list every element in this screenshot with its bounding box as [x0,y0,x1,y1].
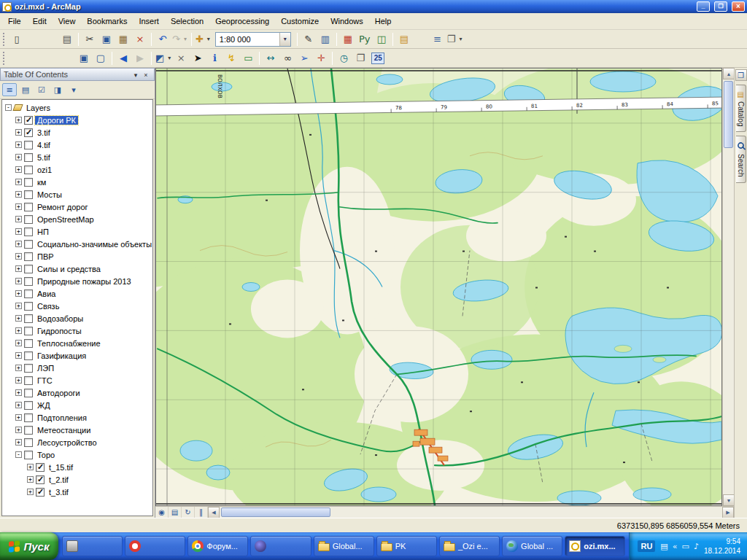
task-button[interactable]: Global ... [502,536,562,556]
task-button[interactable]: Global... [314,536,374,556]
find-icon[interactable]: ∞ [279,51,295,66]
layer-visibility-checkbox[interactable] [24,277,33,286]
expand-icon[interactable]: + [15,377,22,384]
layer-visibility-checkbox[interactable] [24,351,33,360]
layer-item[interactable]: + Природные пожары 2013 [2,275,152,287]
minimize-button[interactable] [697,1,710,12]
expand-icon[interactable]: - [5,104,12,111]
layer-item[interactable]: + Лесоустройство [2,436,152,448]
expand-icon[interactable]: + [15,315,22,322]
layer-item[interactable]: + Связь [2,300,152,312]
extension-badge[interactable]: 25 [371,52,384,64]
search-tab[interactable]: Search [736,136,746,183]
print-icon[interactable]: ▤ [59,32,75,47]
delete-icon[interactable]: × [132,32,148,47]
arctoolbox-icon[interactable]: ▦ [340,32,356,47]
layer-visibility-checkbox[interactable] [24,376,33,385]
menu-item[interactable]: Customize [275,15,325,28]
go-to-xy-icon[interactable]: ✛ [313,51,329,66]
toc-window-icon[interactable]: ≡ [430,32,446,47]
select-elements-icon[interactable]: ➤ [190,51,206,66]
layer-item[interactable]: + Мосты [2,188,152,201]
layer-visibility-checkbox[interactable] [24,289,33,298]
fixed-zoom-out-icon[interactable]: ▢ [93,51,109,66]
back-extent-icon[interactable]: ◀ [115,51,131,66]
menu-item[interactable]: Insert [133,15,165,28]
expand-icon[interactable]: + [27,489,34,495]
clear-selection-icon[interactable]: × [173,51,189,66]
menu-item[interactable]: Geoprocessing [209,15,275,28]
layer-visibility-checkbox[interactable] [24,426,33,435]
expand-icon[interactable]: + [15,427,22,433]
find-route-icon[interactable]: ➢ [296,51,312,66]
paste-icon[interactable]: ▦ [115,32,131,47]
map-horizontal-scrollbar[interactable]: ◉ ▤ ↻ ‖ ◀ [155,506,734,518]
identify-icon[interactable]: ℹ [206,51,222,66]
new-document-icon[interactable]: ▯ [9,32,25,47]
layer-item[interactable]: + Дороги РК [2,114,152,126]
layer-item[interactable]: + Ремонт дорог [2,201,152,213]
viewer-window-icon[interactable]: ❐ [446,32,464,47]
title-bar[interactable]: ozi.mxd - ArcMap [0,0,747,13]
pin-icon[interactable]: ▾ [131,70,141,79]
expand-icon[interactable]: + [15,228,22,235]
layers-root-item[interactable]: - Layers [2,101,152,114]
layer-visibility-checkbox[interactable] [24,302,33,311]
list-by-selection-icon[interactable]: ◨ [50,83,65,96]
layer-visibility-checkbox[interactable] [24,228,33,236]
viewer-window-icon[interactable]: ❐ [352,51,368,66]
expand-icon[interactable]: + [15,327,22,334]
layer-visibility-checkbox[interactable] [24,401,33,410]
layer-item[interactable]: + Водозаборы [2,312,152,324]
layer-visibility-checkbox[interactable] [24,141,33,149]
menu-item[interactable]: View [53,15,82,28]
expand-icon[interactable]: + [15,216,22,222]
horizontal-scroll-thumb[interactable] [221,508,330,517]
layer-item[interactable]: + ЖД [2,399,152,411]
language-indicator[interactable]: RU [638,540,655,552]
layer-visibility-checkbox[interactable] [36,488,44,497]
task-button[interactable]: _Ozi e... [439,536,500,556]
expand-icon[interactable]: + [15,414,22,421]
layer-item[interactable]: + Газификация [2,349,152,362]
undo-icon[interactable]: ↶ [155,32,171,47]
scale-dropdown-arrow[interactable] [279,33,290,46]
maximize-button[interactable] [714,1,727,12]
vertical-scroll-thumb[interactable] [724,81,733,148]
html-popup-icon[interactable]: ▭ [240,51,256,66]
toolbar-grip[interactable] [3,33,5,46]
layer-visibility-checkbox[interactable] [24,128,33,137]
expand-icon[interactable]: + [27,476,34,483]
layer-visibility-checkbox[interactable] [24,252,33,261]
cut-icon[interactable]: ✂ [82,32,98,47]
layer-visibility-checkbox[interactable] [24,327,33,335]
zoom-out-icon[interactable] [26,51,42,66]
expand-icon[interactable]: + [15,439,22,446]
select-features-icon[interactable]: ◩ [155,51,172,66]
layer-item[interactable]: + Авиа [2,287,152,300]
start-button[interactable]: Пуск [0,532,58,560]
layer-item[interactable]: - Торо [2,448,152,461]
catalog-tab[interactable]: ▤ Catalog [736,85,746,132]
scroll-right-icon[interactable]: ▶ [722,507,734,518]
layer-item[interactable]: + ozi1 [2,163,152,176]
layer-item[interactable]: + ПВР [2,250,152,262]
time-slider-icon[interactable]: ◷ [336,51,352,66]
layer-visibility-checkbox[interactable] [24,413,33,422]
expand-icon[interactable]: + [15,290,22,297]
layer-item[interactable]: + t_2.tif [2,473,152,486]
layer-visibility-checkbox[interactable] [24,389,33,397]
copy-icon[interactable]: ▣ [98,32,115,47]
expand-icon[interactable]: + [15,141,22,148]
list-by-drawing-order-icon[interactable]: ≡ [2,83,17,96]
map-vertical-scrollbar[interactable]: ▲ ▼ [722,68,734,506]
layer-item[interactable]: + 5.tif [2,151,152,163]
display-tray-icon[interactable]: ▭ [682,542,689,551]
python-window-icon[interactable]: Py [357,32,373,47]
add-data-icon[interactable]: ✚ [195,32,212,47]
forward-extent-icon[interactable]: ▶ [132,51,148,66]
layer-item[interactable]: + Гидропосты [2,324,152,337]
layer-visibility-checkbox[interactable] [24,153,33,162]
layer-item[interactable]: + OpenStreetMap [2,213,152,225]
redo-icon[interactable]: ↷ [171,32,188,47]
